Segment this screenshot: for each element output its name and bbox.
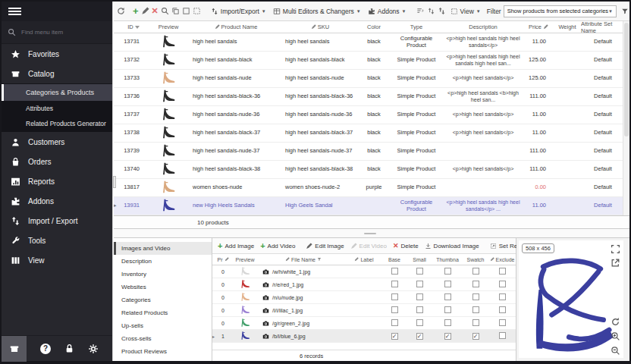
tab-images-and-video[interactable]: Images and Video	[114, 242, 212, 255]
add-product-button[interactable]: +	[133, 5, 139, 17]
sidebar-item-favorites[interactable]: Favorites	[2, 44, 112, 64]
edit-product-button[interactable]	[141, 5, 149, 17]
column-thumbnail[interactable]: Thumbna	[432, 257, 463, 262]
base-checkbox[interactable]	[391, 306, 398, 313]
store-manager-button[interactable]	[2, 336, 27, 362]
tab-categories[interactable]: Categories	[114, 293, 212, 306]
gear-icon[interactable]	[88, 344, 99, 354]
transfer-button[interactable]	[438, 5, 446, 17]
swatch-checkbox[interactable]	[472, 306, 479, 313]
table-row[interactable]: 13739 high heel sandals-nude-37 high hee…	[114, 143, 623, 161]
sidebar-item-attributes[interactable]: Attributes	[2, 101, 112, 116]
refresh-button[interactable]	[117, 5, 125, 17]
exclude-checkbox[interactable]	[499, 319, 506, 326]
column-exclude[interactable]: Exclude	[488, 257, 516, 262]
multi-editors-dropdown[interactable]: Multi Editors & Changers ▼	[271, 6, 363, 17]
sidebar-item-catalog[interactable]: Catalog	[2, 64, 112, 83]
column-file-name[interactable]: File Name	[261, 257, 346, 262]
base-checkbox[interactable]	[391, 293, 398, 300]
table-row[interactable]: 13740 high heel sandals-black-38 high he…	[114, 161, 623, 179]
small-checkbox[interactable]	[416, 306, 423, 313]
sidebar-item-customers[interactable]: Customers	[2, 132, 112, 152]
column-attribute-set[interactable]: Attribute Set Name	[581, 21, 623, 34]
column-type[interactable]: Type	[390, 24, 443, 30]
thumbnail-checkbox[interactable]	[444, 281, 451, 287]
exclude-checkbox[interactable]	[499, 268, 506, 275]
image-row[interactable]: 0 /n/u/nude.jpg	[212, 291, 516, 304]
menu-search-input[interactable]	[21, 29, 97, 36]
base-checkbox[interactable]	[391, 319, 398, 326]
exclude-checkbox[interactable]	[499, 306, 506, 313]
add-image-button[interactable]: +Add Image	[215, 240, 256, 252]
table-row[interactable]: 13732 high heel sandals-black high heel …	[114, 52, 623, 70]
add-video-button[interactable]: +Add Video	[258, 240, 297, 252]
column-preview[interactable]: Preview	[229, 257, 261, 262]
help-button[interactable]: ?	[40, 344, 51, 354]
import-export-dropdown[interactable]: Import/Export ▼	[209, 6, 268, 17]
tab-product-reviews[interactable]: Product Reviews	[114, 345, 212, 358]
delete-image-button[interactable]: ✕Delete	[391, 240, 421, 251]
column-label[interactable]: Label	[346, 257, 382, 262]
image-row[interactable]: 0 /l/i/lilac_1.jpg	[212, 304, 516, 317]
column-small[interactable]: Small	[407, 257, 432, 262]
thumbnail-checkbox[interactable]	[444, 293, 451, 300]
column-pr[interactable]: Pr	[217, 257, 229, 262]
sidebar-item-related-products-generator[interactable]: Related Products Generator	[2, 116, 112, 131]
sidebar-item-tools[interactable]: Tools	[2, 231, 112, 250]
small-checkbox[interactable]: ✓	[416, 333, 423, 340]
thumbnail-checkbox[interactable]	[444, 268, 451, 275]
thumbnail-checkbox[interactable]: ✓	[444, 333, 451, 340]
swatch-checkbox[interactable]	[472, 319, 479, 326]
tab-up-sells[interactable]: Up-sells	[114, 319, 212, 332]
addons-dropdown[interactable]: Addons ▼	[366, 6, 409, 17]
image-row-selected[interactable]: 1 /b/l/blue_6.jpg ✓ ✓ ✓ ✓	[212, 330, 516, 343]
lock-icon[interactable]	[64, 344, 74, 353]
table-row[interactable]: 13731 high heel sandals high heel sandal…	[114, 33, 623, 52]
delete-product-button[interactable]: ✕	[152, 5, 159, 17]
small-checkbox[interactable]	[416, 281, 423, 287]
open-external-icon[interactable]	[611, 257, 620, 267]
vertical-splitter[interactable]	[113, 176, 116, 188]
image-row[interactable]: 0 /g/r/green_2.jpg	[212, 317, 516, 330]
sidebar-item-view[interactable]: View	[2, 250, 112, 270]
exclude-checkbox[interactable]	[499, 332, 506, 339]
image-row[interactable]: 0 /w/h/white_1.jpg	[212, 265, 516, 278]
sort-list-button[interactable]	[416, 5, 425, 17]
sidebar-item-addons[interactable]: Addons	[2, 191, 112, 211]
zoom-out-icon[interactable]	[611, 345, 620, 355]
column-preview[interactable]: Preview	[147, 24, 190, 30]
exclude-checkbox[interactable]	[499, 293, 506, 300]
tab-websites[interactable]: Websites	[114, 281, 212, 293]
search-button[interactable]	[161, 5, 169, 17]
hamburger-menu-icon[interactable]	[8, 6, 21, 17]
column-base[interactable]: Base	[382, 257, 407, 262]
column-color[interactable]: Color	[358, 24, 390, 30]
exclude-checkbox[interactable]	[499, 281, 506, 287]
base-checkbox[interactable]	[391, 281, 398, 287]
column-sku[interactable]: SKU	[282, 24, 358, 30]
column-swatch[interactable]: Swatch	[463, 257, 488, 262]
column-id[interactable]: ID	[120, 24, 147, 30]
table-row[interactable]: 13737 high heel sandals-nude-36 high hee…	[114, 106, 623, 124]
rotate-icon[interactable]	[611, 316, 620, 326]
table-row[interactable]: 13738 high heel sandals-black-37 high he…	[114, 124, 623, 143]
table-row[interactable]: 13736 high heel sandals-black-36 high he…	[114, 88, 623, 106]
swatch-checkbox[interactable]	[472, 293, 479, 300]
filters-dropdown[interactable]: Filters ▼	[619, 6, 631, 17]
checkbox-tool-button[interactable]	[182, 5, 190, 17]
duplicate-button[interactable]	[171, 5, 180, 17]
view-dropdown[interactable]: View ▼	[448, 6, 483, 17]
image-row[interactable]: 0 /r/e/red_1.jpg	[212, 278, 516, 291]
vertical-scrollbar[interactable]	[623, 21, 629, 215]
select-tool-button[interactable]	[193, 5, 201, 17]
column-price[interactable]: Price	[523, 24, 554, 30]
sidebar-item-reports[interactable]: Reports	[2, 171, 112, 191]
edit-image-button[interactable]: Edit Image	[303, 241, 346, 251]
sidebar-item-categories-products[interactable]: Categories & Products	[2, 84, 112, 101]
table-row-selected[interactable]: 13931 new High Heels Sandals High Geels …	[114, 197, 623, 215]
small-checkbox[interactable]	[416, 293, 423, 300]
small-checkbox[interactable]	[416, 268, 423, 275]
horizontal-splitter[interactable]	[114, 229, 629, 238]
table-row[interactable]: 13733 high heel sandals-nude high heel s…	[114, 70, 623, 88]
tab-description[interactable]: Description	[114, 255, 212, 268]
